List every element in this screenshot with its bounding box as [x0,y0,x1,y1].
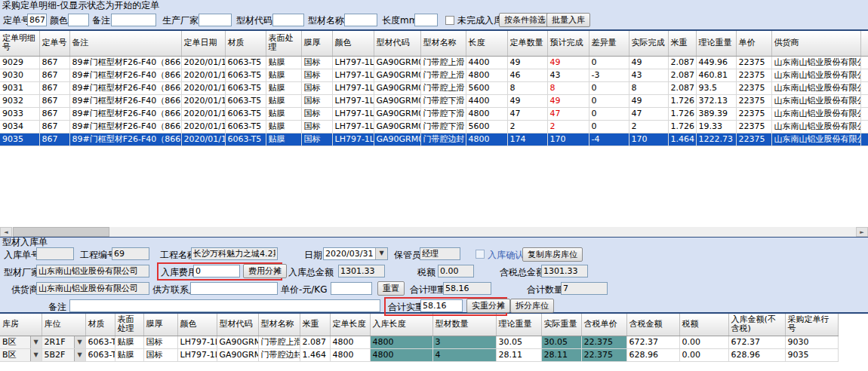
cell[interactable]: 贴膜 [115,348,143,361]
scroll-left-icon[interactable]: ◄ [0,227,12,237]
cell[interactable]: 山东南山铝业股份有限公司 [771,69,860,81]
table-row[interactable]: 903586789#门框型材F26-F40（866+867）2020/01/13… [0,133,868,146]
column-header[interactable]: 型材代码 [217,314,258,336]
column-header[interactable]: 长度 [466,31,507,56]
scroll-right-icon[interactable]: ► [856,227,868,237]
profile-name-filter-input[interactable] [344,14,377,26]
column-header[interactable]: 理论重量 [496,314,541,336]
table-row[interactable]: 903186789#门框型材F26-F40（866+867）2020/01/13… [0,81,868,94]
cell[interactable]: 22375 [736,94,771,107]
column-header[interactable]: 含税金额 [626,314,679,336]
cell[interactable]: 5600 [466,81,507,94]
cell[interactable]: 93.5 [696,81,736,94]
cell[interactable]: 22375 [736,81,771,94]
cell[interactable]: 9030 [0,69,39,81]
factory-input[interactable] [36,265,149,277]
cell[interactable]: 867 [39,120,69,133]
cell[interactable]: LH797-1LL0 [332,107,374,120]
dropdown-arrow-icon[interactable]: ▼ [74,349,85,361]
cell[interactable]: 贴膜 [266,94,301,107]
cell[interactable]: 9033 [0,107,39,120]
cell[interactable]: 5600 [466,120,507,133]
column-header[interactable]: 米重 [300,314,330,336]
cell[interactable]: 89#门框型材F26-F40（866+867） [69,81,181,94]
cell[interactable]: 89#门框型材F26-F40（866+867） [69,56,181,69]
cell[interactable]: 49 [507,94,547,107]
cell[interactable]: GA90GRM03 [374,69,420,81]
cell[interactable]: 22375 [736,69,771,81]
cell[interactable]: 49 [547,56,589,69]
cell[interactable]: 6063-T5 [225,94,266,107]
cell[interactable]: 8 [507,81,547,94]
cell[interactable]: 22375 [736,120,771,133]
cell[interactable]: 4 [432,348,496,361]
column-header[interactable]: 型材名称 [420,31,466,56]
column-header[interactable]: 型材代码 [374,31,420,56]
cell[interactable]: 89#门框型材F26-F40（866+867） [69,133,181,146]
date-picker[interactable]: 2020/03/31 ▼ [323,247,388,260]
cell[interactable]: 89#门框型材F26-F40（866+867） [69,107,181,120]
cell[interactable]: 1.464 [300,348,330,361]
cell[interactable]: 2020/01/13 [181,120,225,133]
cell[interactable]: 国标 [143,336,177,348]
cell[interactable]: 672.37 [626,336,679,348]
cell[interactable]: 6063-T5 [225,56,266,69]
cell[interactable]: 山东南山铝业股份有限公司 [771,107,860,120]
unit-price-input[interactable] [331,282,372,295]
cell[interactable]: 89#门框型材F26-F40（866+867） [69,69,181,81]
column-header[interactable]: 实际重量 [541,314,581,336]
cell[interactable]: -4 [589,133,629,146]
cell[interactable]: 贴膜 [266,120,301,133]
unfinished-checkbox[interactable] [445,16,454,25]
column-header[interactable]: 材质 [85,314,115,336]
note-input[interactable] [69,299,380,312]
cell[interactable]: 4800 [466,69,507,81]
cell[interactable]: 0 [589,56,629,69]
cell[interactable]: 贴膜 [115,336,143,348]
cell[interactable]: 28.11 [496,348,541,361]
cell[interactable]: 2.087 [300,336,330,348]
remark-filter-input[interactable] [111,14,156,26]
column-header[interactable]: 型材名称 [258,314,300,336]
cell[interactable]: 4800 [330,336,370,348]
cell[interactable] [860,69,868,81]
cell[interactable]: 89#门框型材F26-F40（866+867） [69,120,181,133]
cell[interactable]: 门带腔边封 [420,133,466,146]
cell[interactable]: 4800 [330,348,370,361]
profile-code-filter-input[interactable] [272,14,304,26]
cell[interactable] [860,94,868,107]
total-with-tax-input[interactable] [541,265,588,277]
cell[interactable]: 国标 [143,348,177,361]
column-header[interactable]: 税额 [679,314,728,336]
cell[interactable]: 贴膜 [266,69,301,81]
cell[interactable]: B区▼ [0,348,42,361]
column-header[interactable]: 定单号 [39,31,69,56]
order-no-input[interactable] [27,14,47,26]
cell[interactable]: 46 [507,69,547,81]
cell[interactable] [860,133,868,146]
table-row[interactable]: 903286789#门框型材F26-F40（866+867）2020/01/13… [0,94,868,107]
cell[interactable]: 867 [39,81,69,94]
cell[interactable]: 贴膜 [266,56,301,69]
cell[interactable]: 2020/01/13 [181,94,225,107]
cell[interactable]: LH797-1LL0 [177,348,217,361]
cell[interactable]: 6063-T5 [85,336,115,348]
cell[interactable]: GA90GRM05 [217,348,258,361]
cell[interactable]: LH797-1LL0 [177,336,217,348]
cell[interactable]: 0 [589,81,629,94]
cell[interactable]: 国标 [301,107,332,120]
cell[interactable]: 国标 [301,81,332,94]
cell[interactable] [860,81,868,94]
cell[interactable]: 山东南山铝业股份有限公司 [771,94,860,107]
cell[interactable]: 6063-T5 [225,81,266,94]
cell[interactable]: 门带腔边封 [258,348,300,361]
cell[interactable]: 门带腔上滑 [420,81,466,94]
cell[interactable]: 43 [547,69,589,81]
column-header[interactable]: 定单日期 [181,31,225,56]
cell[interactable]: 672.37 [728,336,785,348]
cell[interactable]: 28.11 [541,348,581,361]
column-header[interactable]: 入库金额(不含税) [728,314,785,336]
column-header[interactable]: 入库长度 [370,314,432,336]
cell[interactable]: 49 [507,56,547,69]
cell[interactable]: 6063-T5 [225,107,266,120]
